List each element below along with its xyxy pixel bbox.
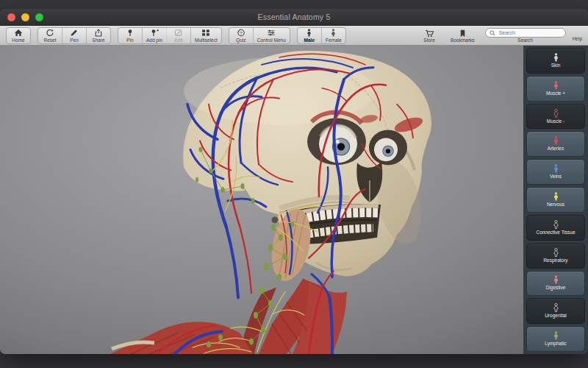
search-input[interactable] <box>498 29 562 36</box>
share-button[interactable]: Share <box>86 28 110 43</box>
toolbar-group-pins: Pin Add pin Edit Multiselect <box>118 27 222 44</box>
system-button-label: Skin <box>551 63 561 68</box>
toolbar-item-label: Control Menu <box>257 38 286 43</box>
body-system-icon <box>553 164 559 173</box>
window-controls <box>7 9 43 25</box>
toolbar-item-label: Bookmarks <box>451 38 475 43</box>
system-button-label: Digestive <box>546 285 566 291</box>
system-button-label: Urogenital <box>545 313 567 319</box>
system-button-veins[interactable]: Veins <box>526 159 585 185</box>
body-system-icon <box>553 192 559 201</box>
toolbar-item-label: Male <box>304 38 315 43</box>
quiz-button[interactable]: ? Quiz <box>229 28 253 43</box>
toolbar-item-label: Reset <box>44 38 57 43</box>
help-button[interactable]: Help <box>573 36 582 43</box>
male-icon <box>306 29 312 38</box>
system-button-lymphatic[interactable]: Lymphatic <box>526 326 585 352</box>
toolbar-item-label: Store <box>423 38 435 43</box>
quiz-icon: ? <box>237 29 245 38</box>
system-button-label: Arteries <box>548 146 564 152</box>
toolbar-item-label: Quiz <box>236 38 245 43</box>
toolbar-item-label: Pin <box>126 38 133 43</box>
male-model-button[interactable]: Male <box>298 28 321 43</box>
edit-pin-button[interactable]: Edit <box>166 28 190 43</box>
pin-button[interactable]: Pin <box>118 28 142 43</box>
store-cart-icon <box>425 29 434 38</box>
female-model-button[interactable]: Female <box>321 28 345 43</box>
reset-button[interactable]: Reset <box>38 28 62 43</box>
toolbar-item-label: Add pin <box>146 38 162 43</box>
toolbar-item-label: Female <box>326 38 342 43</box>
main-toolbar: Home Reset Pen Share Pin <box>0 26 588 46</box>
model-viewport[interactable] <box>0 46 523 354</box>
pen-icon <box>70 29 79 38</box>
system-button-connective-tissue[interactable]: Connective Tissue <box>526 215 585 241</box>
toolbar-item-label: Multiselect <box>195 38 218 43</box>
edit-pin-icon <box>174 29 183 38</box>
toolbar-group-edit: Reset Pen Share <box>37 27 111 44</box>
system-button-urogenital[interactable]: Urogenital <box>526 298 585 324</box>
system-button-label: Veins <box>550 174 562 180</box>
minimize-window-button[interactable] <box>21 13 29 21</box>
search-field[interactable] <box>485 28 566 38</box>
toolbar-item-label: Edit <box>174 38 182 43</box>
body-system-icon <box>553 303 559 312</box>
store-button[interactable]: Store <box>417 28 441 43</box>
system-button-digestive[interactable]: Digestive <box>526 271 585 297</box>
control-menu-button[interactable]: Control Menu <box>253 28 290 43</box>
svg-text:?: ? <box>240 31 243 35</box>
system-button-label: Muscle - <box>547 118 565 124</box>
system-button-nervous[interactable]: Nervous <box>526 187 585 213</box>
app-window: Essential Anatomy 5 Home Reset Pen Share <box>0 9 588 354</box>
control-menu-icon <box>267 29 276 38</box>
content-area: Skin Muscle + Muscle - Arteries Veins Ne <box>0 46 588 354</box>
bookmarks-button[interactable]: Bookmarks <box>447 28 478 43</box>
toolbar-item-label: Home <box>12 38 24 43</box>
toolbar-group-home: Home <box>6 27 31 44</box>
close-window-button[interactable] <box>7 13 15 21</box>
window-title: Essential Anatomy 5 <box>258 13 331 21</box>
reset-icon <box>46 29 54 38</box>
system-button-label: Lymphatic <box>545 341 566 347</box>
system-button-muscle-plus[interactable]: Muscle + <box>526 76 585 102</box>
body-system-icon <box>553 248 559 257</box>
share-icon <box>94 29 103 38</box>
pen-button[interactable]: Pen <box>62 28 86 43</box>
pin-icon <box>126 29 135 38</box>
body-system-icon <box>553 81 559 90</box>
body-system-icon <box>553 136 559 145</box>
multiselect-icon <box>201 29 210 38</box>
body-system-icon <box>553 109 559 118</box>
female-icon <box>330 29 337 38</box>
system-button-arteries[interactable]: Arteries <box>526 131 585 157</box>
title-bar: Essential Anatomy 5 <box>0 9 588 26</box>
system-button-respiratory[interactable]: Respiratory <box>526 243 585 269</box>
add-pin-icon <box>150 29 159 38</box>
bookmarks-icon <box>459 29 467 38</box>
body-system-icon <box>553 220 559 229</box>
toolbar-right-cluster: Store Bookmarks Search Help <box>417 27 582 43</box>
search-icon <box>490 30 495 36</box>
toolbar-group-tools: ? Quiz Control Menu <box>229 27 290 44</box>
systems-panel: Skin Muscle + Muscle - Arteries Veins Ne <box>523 46 588 354</box>
add-pin-button[interactable]: Add pin <box>142 28 166 43</box>
toolbar-group-model: Male Female <box>297 27 346 44</box>
system-button-label: Respiratory <box>543 258 567 263</box>
multiselect-button[interactable]: Multiselect <box>190 28 221 43</box>
system-button-muscle-minus[interactable]: Muscle - <box>526 104 585 130</box>
toolbar-item-label: Share <box>92 38 104 43</box>
search-label: Search <box>484 38 567 43</box>
toolbar-item-label: Pen <box>70 38 79 43</box>
body-system-icon <box>553 331 559 340</box>
anatomy-3d-model[interactable] <box>0 46 523 354</box>
home-button[interactable]: Home <box>7 28 30 43</box>
system-button-label: Nervous <box>547 202 564 208</box>
zoom-window-button[interactable] <box>35 13 43 21</box>
search-label-row: Search <box>484 38 567 43</box>
system-button-skin[interactable]: Skin <box>526 48 585 74</box>
search-area: Search <box>484 28 567 43</box>
system-button-label: Connective Tissue <box>536 230 575 236</box>
system-button-label: Muscle + <box>546 91 565 96</box>
body-system-icon <box>553 275 559 284</box>
home-icon <box>14 29 23 38</box>
